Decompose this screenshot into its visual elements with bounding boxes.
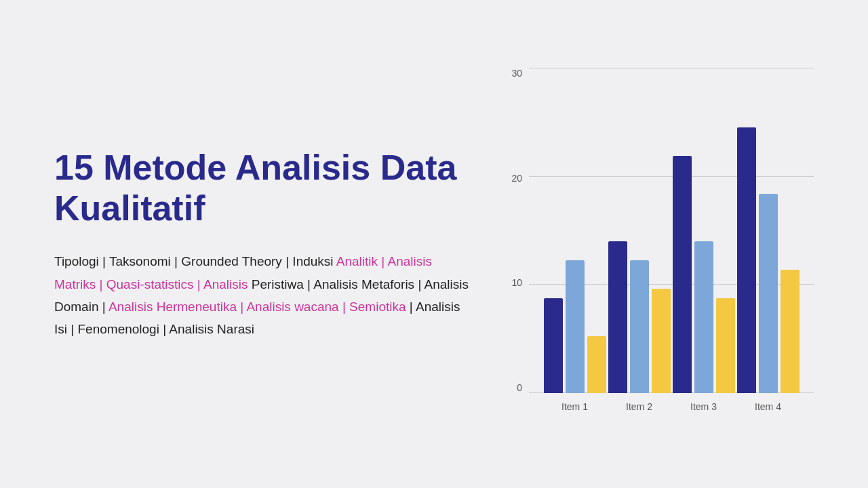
bar-light-blue xyxy=(759,194,778,393)
methods-list: Tipologi | Taksonomi | Grounded Theory |… xyxy=(54,250,475,340)
bar-yellow xyxy=(781,270,800,393)
y-label: 0 xyxy=(502,382,522,393)
x-label: Item 2 xyxy=(612,401,667,412)
y-label: 20 xyxy=(502,173,522,184)
chart-body xyxy=(529,68,814,393)
bar-light-blue xyxy=(566,260,585,393)
y-label: 10 xyxy=(502,277,522,288)
bar-dark-blue xyxy=(608,241,627,393)
bar-group xyxy=(737,127,800,393)
left-panel: 15 Metode Analisis Data Kualitatif Tipol… xyxy=(54,148,475,341)
bar-light-blue xyxy=(694,241,713,393)
bar-dark-blue xyxy=(673,156,692,393)
bar-yellow xyxy=(652,289,671,393)
bar-yellow xyxy=(587,336,606,393)
page-title: 15 Metode Analisis Data Kualitatif xyxy=(54,148,475,229)
bars-container xyxy=(529,68,814,393)
x-axis: Item 1Item 2Item 3Item 4 xyxy=(529,393,814,420)
y-axis: 0102030 xyxy=(502,68,522,393)
bar-dark-blue xyxy=(737,127,756,393)
bar-dark-blue xyxy=(544,298,563,393)
x-label: Item 1 xyxy=(548,401,602,412)
bar-yellow xyxy=(716,298,735,393)
chart-area: 0102030 Item 1Item 2Item 3Item 4 xyxy=(502,68,814,420)
main-container: 15 Metode Analisis Data Kualitatif Tipol… xyxy=(0,0,868,488)
bar-group xyxy=(673,156,735,393)
y-label: 30 xyxy=(502,68,522,79)
bar-group xyxy=(608,241,671,393)
bar-light-blue xyxy=(630,260,649,393)
bar-group xyxy=(544,260,606,393)
chart-panel: 0102030 Item 1Item 2Item 3Item 4 xyxy=(502,68,814,420)
x-label: Item 4 xyxy=(741,401,795,412)
x-label: Item 3 xyxy=(677,401,731,412)
